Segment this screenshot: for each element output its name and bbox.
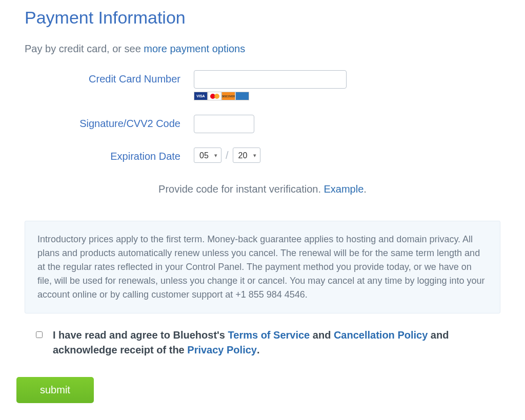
agree-p1: I have read and agree to Bluehost's <box>53 329 228 341</box>
submit-button[interactable]: submit <box>16 377 94 403</box>
agree-text: I have read and agree to Bluehost's Term… <box>53 328 500 358</box>
row-expiration: Expiration Date 05 / 20 <box>25 148 500 163</box>
pay-intro-text: Pay by credit card, or see <box>25 43 144 54</box>
pay-intro: Pay by credit card, or see more payment … <box>25 43 500 55</box>
privacy-policy-link[interactable]: Privacy Policy <box>187 344 257 355</box>
label-card-number: Credit Card Number <box>25 70 194 85</box>
label-expiration: Expiration Date <box>25 148 194 162</box>
expiration-separator: / <box>225 150 230 161</box>
terms-of-service-link[interactable]: Terms of Service <box>228 329 310 341</box>
expiration-year-select[interactable]: 20 <box>233 148 260 163</box>
agree-row: I have read and agree to Bluehost's Term… <box>25 328 500 358</box>
agree-checkbox[interactable] <box>36 331 43 338</box>
verify-example-link[interactable]: Example <box>324 183 364 195</box>
verify-suffix: . <box>364 183 367 195</box>
row-cvv: Signature/CVV2 Code <box>25 115 500 133</box>
terms-box: Introductory prices apply to the first t… <box>25 221 500 313</box>
discover-icon: DISCOVER <box>221 92 235 100</box>
card-number-input[interactable] <box>194 70 347 89</box>
visa-icon: VISA <box>194 92 208 100</box>
agree-p4: . <box>257 344 260 355</box>
cvv-input[interactable] <box>194 115 254 133</box>
verify-text: Provide code for instant verification. E… <box>25 183 500 195</box>
amex-icon <box>235 92 249 100</box>
verify-prefix: Provide code for instant verification. <box>158 183 324 195</box>
mastercard-icon <box>208 92 221 100</box>
expiration-month-select[interactable]: 05 <box>194 148 221 163</box>
page-title: Payment Information <box>25 8 500 28</box>
cancellation-policy-link[interactable]: Cancellation Policy <box>334 329 428 341</box>
more-payment-options-link[interactable]: more payment options <box>144 43 245 54</box>
agree-p2: and <box>310 329 334 341</box>
card-brand-logos: VISA DISCOVER <box>194 92 347 100</box>
row-card-number: Credit Card Number VISA DISCOVER <box>25 70 500 100</box>
label-cvv: Signature/CVV2 Code <box>25 115 194 130</box>
